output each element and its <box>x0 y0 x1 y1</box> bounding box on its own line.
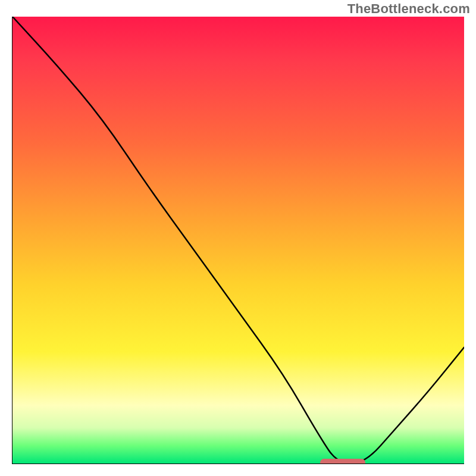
bottleneck-curve <box>12 17 464 464</box>
watermark-text: TheBottleneck.com <box>347 1 470 17</box>
plot-area <box>12 17 464 464</box>
chart-container: TheBottleneck.com <box>0 0 476 476</box>
optimal-marker <box>320 459 365 464</box>
